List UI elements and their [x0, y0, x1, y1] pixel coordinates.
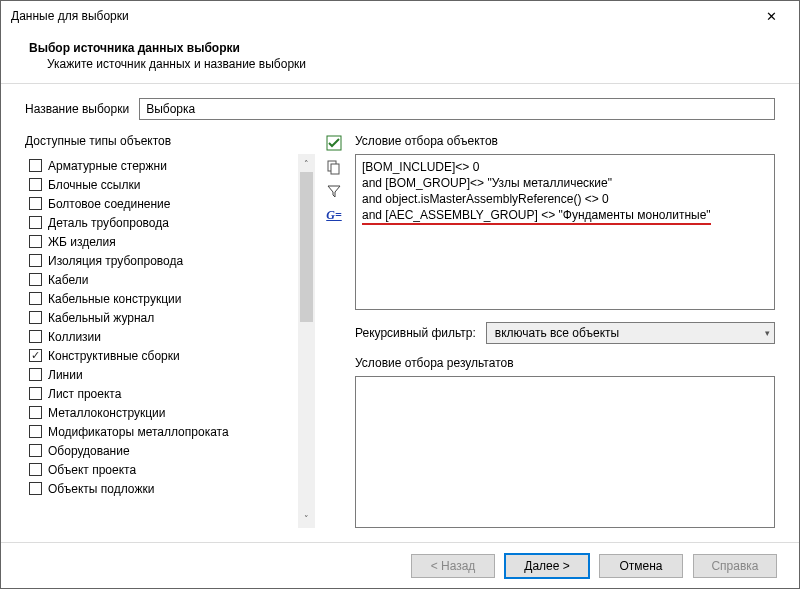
list-item[interactable]: Кабели — [27, 270, 298, 289]
copy-icon[interactable] — [325, 158, 343, 176]
checkbox[interactable] — [29, 292, 42, 305]
list-item-label: Кабельный журнал — [48, 311, 154, 325]
list-item-label: Конструктивные сборки — [48, 349, 180, 363]
condition-column: Условие отбора объектов [BOM_INCLUDE]<> … — [355, 134, 775, 528]
selection-name-row: Название выборки — [25, 98, 775, 120]
results-condition-label: Условие отбора результатов — [355, 356, 775, 370]
list-item-label: ЖБ изделия — [48, 235, 116, 249]
list-item[interactable]: Болтовое соединение — [27, 194, 298, 213]
list-item[interactable]: Коллизии — [27, 327, 298, 346]
list-item-label: Блочные ссылки — [48, 178, 140, 192]
checkbox[interactable] — [29, 254, 42, 267]
checkbox[interactable] — [29, 216, 42, 229]
list-item-label: Лист проекта — [48, 387, 121, 401]
checkbox[interactable] — [29, 463, 42, 476]
list-item[interactable]: Арматурные стержни — [27, 156, 298, 175]
list-item-label: Болтовое соединение — [48, 197, 170, 211]
checkbox[interactable] — [29, 235, 42, 248]
help-button[interactable]: Справка — [693, 554, 777, 578]
wizard-header: Выбор источника данных выборки Укажите и… — [1, 31, 799, 83]
list-item-label: Объект проекта — [48, 463, 136, 477]
list-item[interactable]: Блочные ссылки — [27, 175, 298, 194]
list-item-label: Деталь трубопровода — [48, 216, 169, 230]
condition-textarea[interactable]: [BOM_INCLUDE]<> 0and [BOM_GROUP]<> "Узлы… — [355, 154, 775, 310]
list-item[interactable]: Изоляция трубопровода — [27, 251, 298, 270]
list-item-label: Арматурные стержни — [48, 159, 167, 173]
checkbox[interactable] — [29, 330, 42, 343]
list-item[interactable]: Конструктивные сборки — [27, 346, 298, 365]
scrollbar[interactable]: ˄ ˅ — [298, 154, 315, 528]
recursive-filter-value: включать все объекты — [495, 326, 619, 340]
list-item[interactable]: Оборудование — [27, 441, 298, 460]
cancel-button[interactable]: Отмена — [599, 554, 683, 578]
types-list-wrap: Арматурные стержниБлочные ссылкиБолтовое… — [25, 154, 315, 528]
checkbox[interactable] — [29, 178, 42, 191]
types-label: Доступные типы объектов — [25, 134, 315, 148]
checkbox[interactable] — [29, 311, 42, 324]
recursive-filter-select[interactable]: включать все объекты ▾ — [486, 322, 775, 344]
list-item[interactable]: ЖБ изделия — [27, 232, 298, 251]
condition-toolbar: G= — [325, 134, 345, 528]
selection-name-label: Название выборки — [25, 102, 129, 116]
checkbox[interactable] — [29, 425, 42, 438]
list-item[interactable]: Металлоконструкции — [27, 403, 298, 422]
list-item-label: Оборудование — [48, 444, 130, 458]
chevron-down-icon: ▾ — [765, 328, 770, 338]
checkbox[interactable] — [29, 444, 42, 457]
close-button[interactable]: ✕ — [751, 2, 791, 30]
window-title: Данные для выборки — [11, 9, 751, 23]
recursive-filter-row: Рекурсивный фильтр: включать все объекты… — [355, 322, 775, 344]
back-button[interactable]: < Назад — [411, 554, 495, 578]
list-item-label: Линии — [48, 368, 83, 382]
scroll-track[interactable] — [299, 172, 314, 510]
list-item[interactable]: Лист проекта — [27, 384, 298, 403]
list-item-label: Кабели — [48, 273, 88, 287]
list-item[interactable]: Кабельный журнал — [27, 308, 298, 327]
condition-line: and [BOM_GROUP]<> "Узлы металлические" — [362, 175, 768, 191]
dialog-window: Данные для выборки ✕ Выбор источника дан… — [0, 0, 800, 589]
checkbox[interactable] — [29, 273, 42, 286]
condition-label: Условие отбора объектов — [355, 134, 775, 148]
checkbox[interactable] — [29, 482, 42, 495]
dialog-footer: < Назад Далее > Отмена Справка — [1, 542, 799, 588]
list-item[interactable]: Линии — [27, 365, 298, 384]
list-item[interactable]: Объекты подложки — [27, 479, 298, 498]
condition-line: and object.isMasterAssemblyReference() <… — [362, 191, 768, 207]
scroll-thumb[interactable] — [300, 172, 313, 322]
checkbox[interactable] — [29, 406, 42, 419]
list-item[interactable]: Деталь трубопровода — [27, 213, 298, 232]
formula-icon[interactable]: G= — [325, 206, 343, 224]
next-button[interactable]: Далее > — [505, 554, 589, 578]
checkbox[interactable] — [29, 159, 42, 172]
list-item-label: Изоляция трубопровода — [48, 254, 183, 268]
checkbox[interactable] — [29, 387, 42, 400]
list-item[interactable]: Кабельные конструкции — [27, 289, 298, 308]
checkbox[interactable] — [29, 197, 42, 210]
condition-line-highlighted: and [AEC_ASSEMBLY_GROUP] <> "Фундаменты … — [362, 207, 768, 223]
scroll-down-icon[interactable]: ˅ — [299, 510, 314, 527]
list-item-label: Коллизии — [48, 330, 101, 344]
list-item-label: Кабельные конструкции — [48, 292, 181, 306]
list-item[interactable]: Модификаторы металлопроката — [27, 422, 298, 441]
wizard-title: Выбор источника данных выборки — [29, 41, 771, 55]
checkbox[interactable] — [29, 349, 42, 362]
svg-rect-2 — [331, 164, 339, 174]
list-item[interactable]: Объект проекта — [27, 460, 298, 479]
types-list[interactable]: Арматурные стержниБлочные ссылкиБолтовое… — [25, 154, 298, 528]
scroll-up-icon[interactable]: ˄ — [299, 155, 314, 172]
list-item-label: Модификаторы металлопроката — [48, 425, 229, 439]
wizard-subtitle: Укажите источник данных и название выбор… — [47, 57, 771, 71]
list-item-label: Металлоконструкции — [48, 406, 166, 420]
list-item-label: Объекты подложки — [48, 482, 154, 496]
types-column: Доступные типы объектов Арматурные стерж… — [25, 134, 315, 528]
selection-name-input[interactable] — [139, 98, 775, 120]
dialog-body: Название выборки Доступные типы объектов… — [1, 84, 799, 542]
titlebar: Данные для выборки ✕ — [1, 1, 799, 31]
check-all-icon[interactable] — [325, 134, 343, 152]
results-condition-textarea[interactable] — [355, 376, 775, 528]
checkbox[interactable] — [29, 368, 42, 381]
condition-line: [BOM_INCLUDE]<> 0 — [362, 159, 768, 175]
columns: Доступные типы объектов Арматурные стерж… — [25, 134, 775, 528]
filter-icon[interactable] — [325, 182, 343, 200]
recursive-filter-label: Рекурсивный фильтр: — [355, 326, 476, 340]
